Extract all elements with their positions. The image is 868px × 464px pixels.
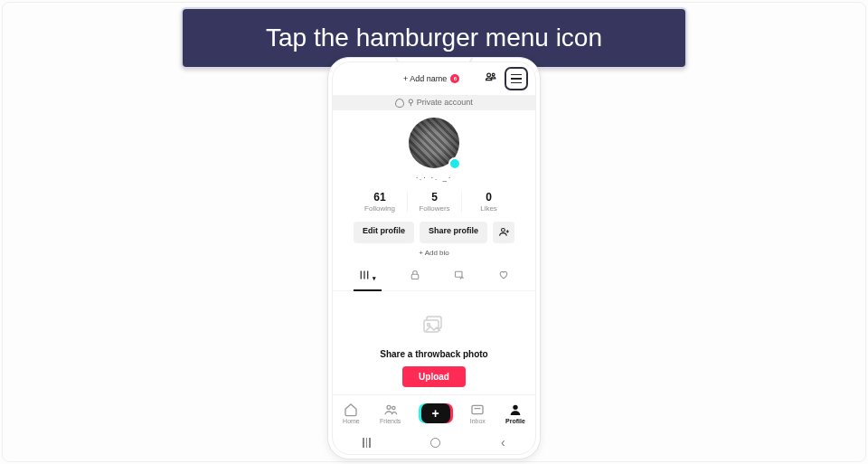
bottom-nav: Home Friends + Inbox Profile [333,394,535,431]
following-count: 61 [353,191,407,204]
hamburger-lines-icon [511,74,522,84]
nav-inbox[interactable]: Inbox [470,402,486,424]
back-icon[interactable]: ‹ [501,435,505,450]
nav-profile[interactable]: Profile [505,402,525,424]
online-badge-icon [448,157,461,170]
add-bio-button[interactable]: + Add bio [333,249,535,257]
add-name-button[interactable]: + Add name 6 [403,74,459,83]
likes-count: 0 [462,191,515,204]
private-account-banner[interactable]: ⚲ Private account [333,95,535,110]
nav-home-label: Home [343,418,360,424]
likes-label: Likes [462,204,515,213]
tab-feed[interactable]: ▾ [357,266,378,287]
nav-home[interactable]: Home [343,402,360,424]
followers-stat[interactable]: 5 Followers [407,191,461,213]
following-label: Following [353,204,407,213]
throwback-label: Share a throwback photo [333,349,535,359]
edit-profile-button[interactable]: Edit profile [354,222,414,243]
throwback-section: Share a throwback photo Upload [333,315,535,387]
nav-friends[interactable]: Friends [380,402,401,424]
nav-inbox-label: Inbox [470,418,486,424]
nav-friends-label: Friends [380,418,401,424]
svg-rect-10 [472,405,483,413]
svg-point-1 [492,73,495,76]
nav-profile-label: Profile [505,418,525,424]
android-system-nav: ‹ [333,431,535,454]
share-profile-button[interactable]: Share profile [420,222,487,243]
footprint-icon[interactable] [484,71,497,87]
following-stat[interactable]: 61 Following [353,191,407,213]
recents-icon[interactable] [363,438,371,448]
tab-liked[interactable] [496,266,511,287]
likes-stat[interactable]: 0 Likes [461,191,515,213]
add-friend-button[interactable] [493,222,514,243]
tab-saved[interactable] [452,266,467,287]
avatar-container[interactable] [333,118,535,168]
profile-topbar: + Add name 6 [333,62,535,95]
profile-tabs: ▾ [333,266,535,291]
svg-point-8 [387,405,391,409]
followers-label: Followers [408,204,461,213]
svg-point-9 [392,406,394,409]
profile-avatar [409,118,459,168]
stats-row: 61 Following 5 Followers 0 Likes [333,191,535,213]
nav-compose-button[interactable]: + [421,403,450,423]
svg-rect-3 [411,274,419,279]
username-label: ·.· ·. _· [333,174,535,182]
tab-private[interactable] [408,266,422,287]
svg-point-11 [513,404,517,409]
svg-rect-4 [456,271,463,277]
svg-point-0 [487,73,491,77]
notification-badge: 6 [450,74,459,83]
hamburger-menu-icon[interactable] [505,67,528,90]
photo-stack-icon [333,315,535,340]
upload-button[interactable]: Upload [402,366,466,387]
phone-mockup: + Add name 6 ⚲ Private account ·.· ·. _·… [327,57,541,459]
add-name-label: + Add name [403,74,447,83]
home-icon[interactable] [430,438,440,448]
svg-point-2 [501,229,505,232]
profile-buttons-row: Edit profile Share profile [333,222,535,243]
followers-count: 5 [408,191,461,204]
